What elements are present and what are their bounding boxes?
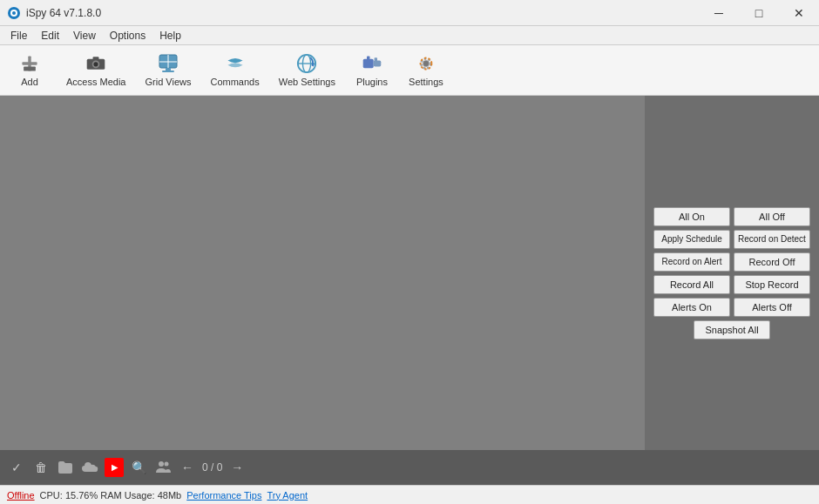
alerts-off-button[interactable]: Alerts Off [734, 298, 810, 317]
minimize-button[interactable]: ─ [699, 0, 739, 26]
svg-rect-20 [374, 61, 382, 67]
svg-rect-22 [375, 57, 377, 61]
ctrl-row-4: Record All Stop Record [653, 275, 810, 294]
grid-views-label: Grid Views [145, 77, 191, 87]
all-off-button[interactable]: All Off [734, 207, 810, 226]
menu-bar: File Edit View Options Help [0, 26, 819, 45]
commands-icon [225, 53, 246, 74]
svg-point-8 [94, 62, 98, 66]
back-icon[interactable]: ← [178, 458, 197, 477]
title-bar: iSpy 64 v7.1.8.0 ─ □ ✕ [0, 0, 819, 26]
record-off-button[interactable]: Record Off [734, 252, 810, 272]
search-icon[interactable]: 🔍 [129, 458, 148, 477]
svg-rect-5 [24, 66, 36, 71]
svg-rect-13 [166, 68, 171, 71]
people-icon[interactable] [153, 458, 173, 477]
settings-icon [416, 53, 437, 74]
svg-rect-9 [93, 57, 99, 59]
cloud-icon[interactable] [80, 458, 99, 477]
performance-tips-link[interactable]: Performance Tips [186, 490, 261, 501]
ctrl-row-2: Apply Schedule Record on Detect [653, 230, 810, 249]
settings-label: Settings [409, 77, 443, 87]
grid-views-button[interactable]: Grid Views [136, 48, 200, 93]
window-controls: ─ □ ✕ [699, 0, 819, 26]
title-bar-left: iSpy 64 v7.1.8.0 [7, 6, 101, 20]
svg-point-25 [423, 61, 429, 66]
plugins-icon [362, 53, 382, 74]
close-button[interactable]: ✕ [779, 0, 819, 26]
menu-edit[interactable]: Edit [34, 28, 66, 44]
access-media-label: Access Media [66, 77, 125, 87]
ctrl-row-6: Snapshot All [694, 320, 770, 339]
ctrl-row-3: Record on Alert Record Off [653, 252, 810, 272]
add-icon [19, 53, 40, 74]
web-icon [296, 53, 317, 74]
plugins-label: Plugins [356, 77, 388, 87]
record-on-detect-button[interactable]: Record on Detect [734, 230, 810, 249]
menu-file[interactable]: File [3, 28, 34, 44]
record-on-alert-button[interactable]: Record on Alert [653, 252, 730, 272]
settings-button[interactable]: Settings [400, 48, 452, 93]
svg-point-27 [159, 461, 164, 467]
web-settings-button[interactable]: Web Settings [270, 48, 344, 93]
maximize-button[interactable]: □ [739, 0, 779, 26]
menu-options[interactable]: Options [103, 28, 152, 44]
plugins-button[interactable]: Plugins [346, 48, 398, 93]
grid-icon [158, 53, 179, 74]
folder-icon[interactable] [56, 458, 75, 477]
menu-view[interactable]: View [66, 28, 103, 44]
try-agent-link[interactable]: Try Agent [267, 490, 308, 501]
alerts-on-button[interactable]: Alerts On [653, 298, 730, 317]
commands-button[interactable]: Commands [201, 48, 267, 93]
main-canvas: All On All Off Apply Schedule Record on … [0, 96, 819, 450]
toolbar: Add Access Media Grid Vie [0, 45, 819, 96]
svg-rect-14 [162, 71, 174, 72]
ctrl-row-5: Alerts On Alerts Off [653, 298, 810, 317]
stop-record-button[interactable]: Stop Record [734, 275, 810, 294]
delete-icon[interactable]: 🗑 [31, 458, 51, 477]
snapshot-all-button[interactable]: Snapshot All [694, 320, 770, 339]
forward-icon[interactable]: → [227, 458, 247, 477]
bottom-toolbar: ✓ 🗑 ▶ 🔍 ← 0 / 0 → [0, 450, 819, 485]
commands-label: Commands [210, 77, 259, 87]
add-label: Add [21, 77, 38, 87]
cpu-ram-text: CPU: 15.76% RAM Usage: 48Mb [40, 490, 182, 501]
nav-counter: 0 / 0 [202, 461, 222, 474]
control-panel: All On All Off Apply Schedule Record on … [645, 96, 819, 450]
svg-point-2 [12, 11, 16, 15]
youtube-icon[interactable]: ▶ [105, 458, 124, 477]
offline-status[interactable]: Offline [7, 490, 35, 501]
add-button[interactable]: Add [3, 48, 56, 93]
app-icon [7, 6, 21, 20]
check-icon[interactable]: ✓ [7, 458, 26, 477]
web-settings-label: Web Settings [279, 77, 335, 87]
apply-schedule-button[interactable]: Apply Schedule [653, 230, 730, 249]
camera-icon [85, 53, 106, 74]
status-bar: Offline CPU: 15.76% RAM Usage: 48Mb Perf… [0, 485, 819, 504]
app-title: iSpy 64 v7.1.8.0 [26, 7, 101, 19]
ctrl-row-1: All On All Off [653, 207, 810, 226]
svg-rect-21 [367, 56, 369, 60]
record-all-button[interactable]: Record All [653, 275, 730, 294]
all-on-button[interactable]: All On [653, 207, 730, 226]
menu-help[interactable]: Help [152, 28, 188, 44]
svg-point-28 [165, 462, 169, 467]
access-media-button[interactable]: Access Media [58, 48, 134, 93]
